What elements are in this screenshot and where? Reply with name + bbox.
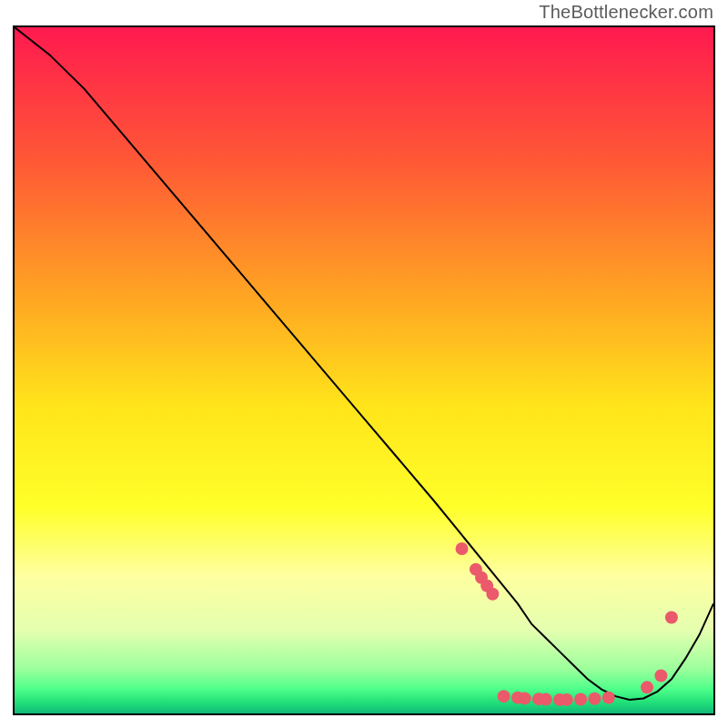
data-marker: [588, 693, 601, 705]
data-marker: [456, 542, 469, 555]
data-marker: [654, 670, 667, 682]
watermark-text: TheBottlenecker.com: [539, 2, 713, 23]
chart-plot-area: [13, 25, 715, 715]
data-marker: [574, 693, 587, 706]
data-marker: [602, 692, 615, 704]
chart-overlay: [15, 27, 713, 713]
data-marker: [641, 681, 653, 693]
data-marker: [486, 588, 499, 601]
data-marker: [561, 693, 573, 706]
bottleneck-curve: [15, 27, 713, 700]
data-marker: [498, 690, 511, 703]
data-marker: [540, 693, 552, 706]
data-marker: [665, 611, 678, 623]
data-marker: [519, 692, 531, 704]
